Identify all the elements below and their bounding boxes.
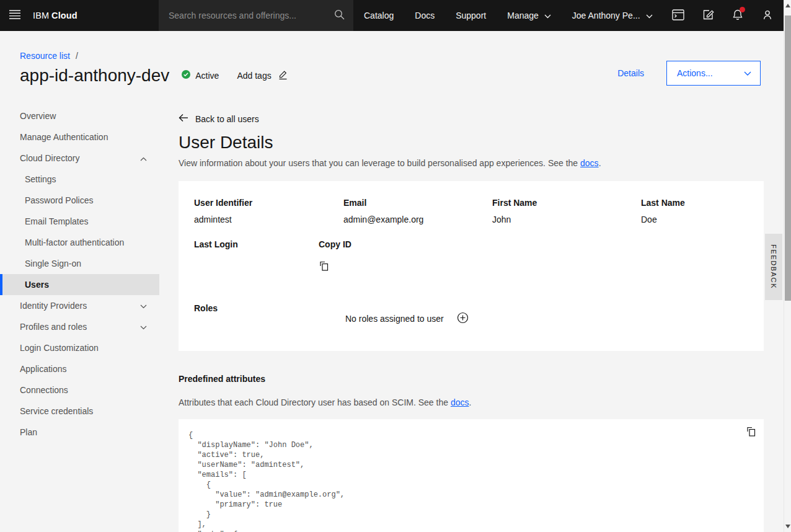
- search-icon: [334, 9, 345, 22]
- ibm-cloud-console: IBM Cloud Catalog Docs Support Manage Jo…: [0, 0, 791, 532]
- last-login-row: Last Login Copy ID: [194, 239, 748, 273]
- sidebar-item-label: Profiles and roles: [20, 322, 87, 332]
- user-info-card: User Identifier admintest Email admin@ex…: [179, 181, 764, 351]
- code-line: {: [188, 430, 754, 440]
- sidebar-item-applications[interactable]: Applications: [0, 358, 159, 379]
- cloud-shell-icon: [672, 9, 684, 22]
- nav-link-docs[interactable]: Docs: [404, 0, 445, 31]
- page-title: app-id-anthony-dev: [20, 65, 169, 86]
- sidebar-item-label: Users: [25, 280, 49, 290]
- brand[interactable]: IBM Cloud: [33, 0, 77, 31]
- breadcrumb: Resource list /: [20, 51, 791, 61]
- code-line: "displayName": "John Doe",: [188, 440, 754, 450]
- code-line: "meta": {: [188, 530, 754, 532]
- sidebar-item-service-credentials[interactable]: Service credentials: [0, 401, 159, 422]
- feedback-tab[interactable]: FEEDBACK: [765, 234, 782, 300]
- brand-suffix: Cloud: [51, 11, 77, 20]
- scrollbar[interactable]: [784, 0, 791, 532]
- field-last-login: Last Login: [194, 239, 319, 273]
- field-label: Last Name: [641, 198, 748, 208]
- sidebar-item-multi-factor-authentication[interactable]: Multi-factor authentication: [0, 232, 159, 253]
- sidebar-item-single-sign-on[interactable]: Single Sign-on: [0, 253, 159, 274]
- status-label: Active: [195, 71, 219, 81]
- copy-icon: [319, 264, 329, 273]
- sidebar-item-label: Service credentials: [20, 406, 93, 416]
- field-email: Email admin@example.org: [343, 198, 492, 224]
- sidebar-item-users[interactable]: Users: [0, 274, 159, 295]
- field-value: admin@example.org: [343, 215, 492, 224]
- predefined-attributes-title: Predefined attributes: [179, 374, 764, 384]
- notifications-button[interactable]: [723, 0, 753, 31]
- sidebar-item-password-polices[interactable]: Password Polices: [0, 190, 159, 211]
- scrollbar-up-arrow[interactable]: [785, 4, 790, 7]
- search-input[interactable]: [159, 0, 325, 31]
- code-line: "value": "admin@example.org",: [188, 490, 754, 500]
- add-tags-button[interactable]: Add tags: [237, 69, 288, 82]
- sidebar-item-label: Overview: [20, 111, 56, 121]
- top-navbar: IBM Cloud Catalog Docs Support Manage Jo…: [0, 0, 791, 31]
- sidebar-item-email-templates[interactable]: Email Templates: [0, 211, 159, 232]
- chevron-down-icon: [744, 68, 751, 78]
- nav-menu-manage[interactable]: Manage: [497, 0, 562, 31]
- copy-id-button[interactable]: [319, 261, 329, 273]
- breadcrumb-resource-list-link[interactable]: Resource list: [20, 51, 70, 61]
- roles-row: Roles No roles assigned to user: [194, 303, 748, 326]
- sidebar-item-connections[interactable]: Connections: [0, 379, 159, 401]
- field-label: Email: [343, 198, 492, 208]
- code-line: "active": true,: [188, 450, 754, 460]
- avatar-button[interactable]: [753, 0, 782, 31]
- code-line: "primary": true: [188, 500, 754, 510]
- sidebar-item-label: Manage Authentication: [20, 132, 108, 142]
- actions-dropdown[interactable]: Actions...: [666, 61, 761, 86]
- sidebar-item-profiles-and-roles[interactable]: Profiles and roles: [0, 316, 159, 337]
- sidebar-item-plan[interactable]: Plan: [0, 422, 159, 443]
- code-content: { "displayName": "John Doe", "active": t…: [188, 430, 754, 532]
- field-first-name: First Name John: [492, 198, 641, 224]
- docs-link[interactable]: docs: [451, 397, 469, 407]
- chevron-down-icon: [140, 301, 147, 311]
- sidebar-item-label: Multi-factor authentication: [25, 237, 124, 247]
- code-line: }: [188, 510, 754, 520]
- nav-menu-account[interactable]: Joe Anthony Pe...: [562, 0, 663, 31]
- sidebar-item-overview[interactable]: Overview: [0, 105, 159, 126]
- sidebar-item-settings[interactable]: Settings: [0, 169, 159, 190]
- copy-code-button[interactable]: [746, 427, 756, 439]
- sidebar-item-label: Settings: [25, 174, 56, 184]
- details-link[interactable]: Details: [617, 68, 644, 78]
- add-role-button[interactable]: [457, 312, 469, 326]
- roles-value: No roles assigned to user: [345, 312, 469, 326]
- user-fields-row: User Identifier admintest Email admin@ex…: [194, 198, 748, 224]
- plus-circle-icon: [457, 312, 469, 326]
- chevron-down-icon: [646, 11, 653, 20]
- docs-link[interactable]: docs: [580, 158, 599, 168]
- sidebar-item-manage-authentication[interactable]: Manage Authentication: [0, 126, 159, 148]
- scrollbar-thumb[interactable]: [785, 16, 791, 301]
- field-value: John: [492, 215, 641, 224]
- menu-button[interactable]: [0, 0, 30, 31]
- nav-link-catalog[interactable]: Catalog: [353, 0, 404, 31]
- sidebar-item-label: Applications: [20, 364, 67, 374]
- sidebar-item-label: Password Polices: [25, 195, 94, 205]
- predefined-attributes-description: Attributes that each Cloud Directory use…: [179, 397, 764, 407]
- avatar-icon: [761, 9, 774, 23]
- scrollbar-down-arrow[interactable]: [785, 525, 790, 528]
- nav-link-label: Support: [456, 11, 486, 20]
- cloud-shell-button[interactable]: [663, 0, 693, 31]
- nav-link-support[interactable]: Support: [445, 0, 497, 31]
- back-to-users-link[interactable]: Back to all users: [179, 113, 259, 124]
- field-label: Roles: [194, 303, 345, 313]
- sidebar-item-login-customization[interactable]: Login Customization: [0, 337, 159, 358]
- resource-page-header: Resource list / app-id-anthony-dev Activ…: [0, 31, 791, 99]
- description-period: .: [469, 397, 471, 407]
- roles-label-col: Roles: [194, 303, 345, 326]
- feedback-edit-button[interactable]: [693, 0, 723, 31]
- description-text: Attributes that each Cloud Directory use…: [179, 397, 451, 407]
- nav-link-label: Manage: [507, 11, 539, 20]
- search-button[interactable]: [325, 0, 353, 31]
- arrow-left-icon: [179, 113, 188, 124]
- sidebar-item-cloud-directory[interactable]: Cloud Directory: [0, 148, 159, 169]
- add-tags-label: Add tags: [237, 71, 271, 81]
- sidebar-item-identity-providers[interactable]: Identity Providers: [0, 295, 159, 316]
- brand-prefix: IBM: [33, 11, 49, 20]
- edit-pencil-icon: [278, 69, 288, 82]
